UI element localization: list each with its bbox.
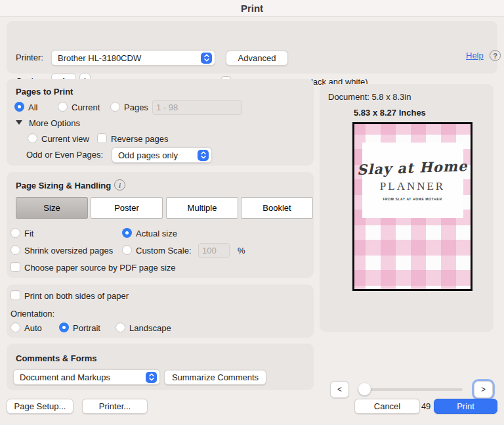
multiple-button[interactable]: Multiple — [166, 197, 238, 219]
radio-pages-label: Pages — [124, 102, 148, 112]
orientation-panel: Print on both sides of paper Orientation… — [7, 284, 314, 338]
cover-card: Slay at Home PLANNER FROM SLAY AT HOME M… — [362, 143, 463, 218]
info-icon[interactable]: i — [114, 179, 125, 190]
radio-custom-scale-label: Custom Scale: — [136, 246, 192, 256]
more-options-disclosure-icon[interactable] — [16, 120, 22, 125]
printer-label: Printer: — [16, 53, 43, 62]
page-slider[interactable] — [358, 388, 463, 391]
preview-panel: Document: 5.8 x 8.3in 5.83 x 8.27 Inches… — [320, 84, 494, 332]
printer-panel: Printer: Brother HL-3180CDW Advanced Hel… — [7, 21, 497, 74]
comments-forms-header: Comments & Forms — [16, 353, 97, 363]
radio-current-view-label: Current view — [41, 134, 89, 144]
dialog-titlebar: Print — [0, 0, 504, 17]
prev-page-button[interactable]: < — [330, 381, 349, 398]
comments-select-value: Document and Markups — [20, 372, 146, 382]
document-size-label: Document: 5.8 x 8.3in — [328, 92, 411, 102]
reverse-pages-checkbox[interactable] — [97, 133, 107, 143]
odd-even-select-value: Odd pages only — [118, 150, 198, 160]
pages-range-input[interactable] — [152, 100, 242, 115]
cover-subtitle: FROM SLAY AT HOME MOTHER — [383, 197, 442, 201]
radio-all[interactable] — [14, 102, 24, 112]
print-dialog: Print Printer: Brother HL-3180CDW Advanc… — [0, 0, 504, 425]
printer-select[interactable]: Brother HL-3180CDW — [51, 50, 215, 66]
radio-landscape[interactable] — [116, 323, 125, 332]
summarize-comments-button[interactable]: Summarize Comments — [164, 370, 266, 385]
radio-fit[interactable] — [10, 228, 20, 238]
page-setup-button[interactable]: Page Setup... — [7, 399, 74, 414]
radio-current-label: Current — [72, 102, 100, 112]
chevron-up-down-icon — [201, 53, 212, 64]
chevron-up-down-icon — [146, 372, 157, 383]
booklet-button[interactable]: Booklet — [241, 197, 313, 219]
cancel-button[interactable]: Cancel — [354, 399, 420, 414]
printer-select-value: Brother HL-3180CDW — [58, 53, 201, 63]
dialog-title: Print — [241, 3, 263, 14]
help-link[interactable]: Help — [466, 51, 484, 60]
radio-actual-size[interactable] — [122, 228, 132, 238]
reverse-pages-label: Reverse pages — [111, 134, 168, 144]
cover-script-title: Slay at Home — [357, 158, 468, 178]
radio-actual-size-label: Actual size — [136, 229, 177, 238]
radio-fit-label: Fit — [24, 229, 33, 238]
odd-even-label: Odd or Even Pages: — [26, 150, 103, 160]
size-button[interactable]: Size — [16, 197, 88, 219]
print-button[interactable]: Print — [434, 399, 497, 414]
poster-button[interactable]: Poster — [91, 197, 163, 219]
comments-select[interactable]: Document and Markups — [13, 369, 160, 385]
radio-landscape-label: Landscape — [129, 323, 171, 333]
radio-portrait-label: Portrait — [73, 323, 100, 333]
radio-custom-scale[interactable] — [122, 245, 132, 255]
radio-auto-label: Auto — [24, 323, 42, 333]
custom-scale-input[interactable] — [198, 243, 230, 258]
both-sides-label: Print on both sides of paper — [24, 291, 129, 301]
page-slider-thumb[interactable] — [358, 383, 371, 395]
percent-label: % — [238, 246, 245, 256]
sizing-mode-buttons: Size Poster Multiple Booklet — [7, 197, 314, 219]
radio-pages[interactable] — [110, 102, 120, 112]
choose-paper-checkbox[interactable] — [10, 262, 20, 272]
printer-button[interactable]: Printer... — [82, 399, 148, 414]
pages-to-print-panel: Pages to Print All Current Pages More Op… — [7, 79, 314, 166]
more-options-label[interactable]: More Options — [29, 118, 80, 128]
radio-shrink-label: Shrink oversized pages — [24, 246, 113, 256]
radio-all-label: All — [28, 102, 37, 112]
advanced-button[interactable]: Advanced — [226, 51, 288, 66]
choose-paper-label: Choose paper source by PDF page size — [24, 263, 176, 273]
radio-current[interactable] — [58, 102, 68, 112]
both-sides-checkbox[interactable] — [10, 290, 20, 300]
cover-caps-title: PLANNER — [380, 180, 445, 193]
radio-portrait[interactable] — [59, 323, 69, 332]
radio-current-view[interactable] — [28, 133, 37, 143]
odd-even-select[interactable]: Odd pages only — [112, 147, 212, 163]
help-icon[interactable]: ? — [490, 50, 501, 61]
page-sizing-header: Page Sizing & Handling — [16, 181, 111, 190]
orientation-label: Orientation: — [10, 309, 54, 319]
page-sizing-panel: Page Sizing & Handling i Size Poster Mul… — [7, 172, 314, 278]
chevron-up-down-icon — [198, 150, 209, 161]
page-size-label: 5.83 x 8.27 Inches — [354, 108, 426, 118]
comments-forms-panel: Comments & Forms Document and Markups Su… — [7, 344, 314, 390]
page-preview: Slay at Home PLANNER FROM SLAY AT HOME M… — [352, 122, 472, 291]
radio-shrink[interactable] — [10, 245, 20, 255]
radio-auto[interactable] — [10, 323, 20, 332]
next-page-button[interactable]: > — [474, 381, 493, 398]
pages-to-print-header: Pages to Print — [16, 87, 73, 97]
